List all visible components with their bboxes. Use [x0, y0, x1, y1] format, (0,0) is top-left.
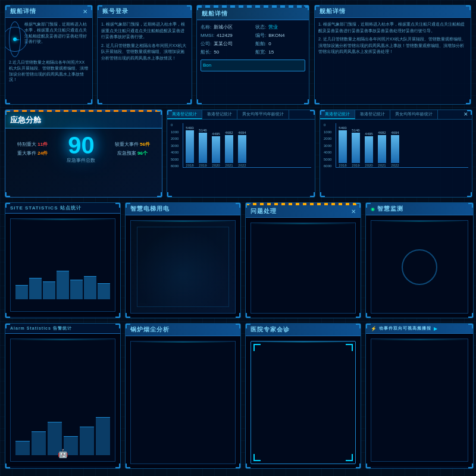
close-icon-1[interactable]: ✕ — [83, 8, 87, 15]
number-value: BKON4 — [268, 32, 284, 39]
bar-2020: 4495 2020 — [212, 132, 220, 167]
smart-power-header: 智慧电梯用电 — [126, 203, 240, 215]
major-count: 24件 — [37, 151, 48, 156]
panel-header-1: 舰船详情 ✕ — [5, 5, 92, 18]
info-name-row: 名称: 新城小区 — [201, 24, 250, 31]
length-label: 船长: — [201, 49, 211, 56]
smart-power-content — [126, 215, 240, 318]
info-width-row: 船宽: 15 — [255, 49, 305, 56]
chart-left-content: 6000 5000 4000 3000 2000 1000 0 5493 201… — [167, 120, 315, 169]
larger-count: 56件 — [140, 142, 150, 147]
bar-2019: 5146 2019 — [199, 129, 207, 167]
company-label: 公司: — [201, 40, 211, 48]
company-value: 某某公司 — [214, 40, 233, 48]
chart-right-bars: 6000 5000 4000 3000 2000 1000 0 5493 201… — [324, 123, 468, 168]
center-number-block: 90 应急事件总数 — [67, 133, 95, 164]
info-length-row: 船长: 50 — [201, 49, 250, 56]
emergency-title: 应急分舱 — [10, 115, 41, 124]
ship-detail-panel-1: 舰船详情 ✕ 根据气象部门预报，近期将进入枯水季，根据重点关注船只通道点关注船舶… — [5, 5, 93, 105]
bar-r-2022: 4694 2022 — [391, 131, 399, 167]
scan-line-1 — [11, 219, 115, 220]
smart-power-panel: 智慧电梯用电 — [125, 202, 241, 318]
hospital-content — [246, 336, 361, 469]
emergency-panel: 应急分舱 特别重大 11件 重大事件 24件 90 应急事件总数 较重大事件 — [5, 109, 162, 198]
scan-line-7 — [251, 342, 355, 343]
smart-detect-content — [366, 215, 473, 318]
emergency-plan-label: 应急预案 — [117, 151, 136, 156]
bar-r-2019: 5146 2019 — [352, 129, 360, 167]
close-icon-issue[interactable]: ✕ — [351, 208, 356, 215]
info-count-row: 船舶: 0 — [255, 40, 305, 48]
highlight-text: Bon — [203, 62, 211, 68]
alarm-stats-title: Alarm Statistics 告警统计 — [10, 325, 72, 331]
site-stats-panel: SITE STATISTICS 站点统计 — [5, 202, 121, 318]
status-label: 状态: — [255, 24, 266, 31]
panel-header-2: 舰船详情 — [197, 8, 309, 20]
tab-depart-r[interactable]: 离港登记统计 — [320, 110, 355, 119]
event-response-title: 动事件双向可视高频播报 — [379, 325, 431, 331]
event-response-panel: ⚡ 动事件双向可视高频播报 ▶ — [365, 323, 474, 469]
alarm-stats-panel: Alarm Statistics 告警统计 🤖 — [5, 323, 121, 469]
tab-gender[interactable]: 男女均等平均年龄统计 — [237, 110, 289, 119]
login-panel: 账号登录 1. 根据气象部门预报，近期将进入枯水季，根据重点关注船只通道点关注船… — [97, 5, 192, 105]
scan-line-5 — [11, 339, 115, 340]
ship-detail-panel-3: 舰船详情 1. 根据气象部门预报，近期将进入枯水季，根据重点关注船只通道点关注船… — [314, 5, 471, 105]
event-icon: ⚡ — [371, 326, 377, 331]
mmsi-value: 412429 — [217, 32, 233, 39]
width-value: 15 — [268, 49, 274, 56]
boiler-title: 锅炉烟尘分析 — [130, 325, 170, 334]
name-label: 名称: — [201, 24, 211, 31]
chart-right-content: 6000 5000 4000 3000 2000 1000 0 5493 201… — [320, 120, 472, 169]
ship-detail-panel-2: 舰船详情 名称: 新城小区 状态: 营业 MMSI: 412429 编号: BK — [196, 5, 309, 105]
boiler-panel: 锅炉烟尘分析 — [125, 323, 241, 469]
chart-left-bars: 6000 5000 4000 3000 2000 1000 0 5493 201… — [171, 123, 311, 168]
alarm-stats-header: Alarm Statistics 告警统计 — [5, 324, 120, 334]
info-company-row: 公司: 某某公司 — [201, 40, 250, 48]
chart-left-panel: 离港登记统计 靠港登记统计 男女均等平均年龄统计 6000 5000 4000 … — [167, 109, 315, 198]
panel-title-3: 舰船详情 — [320, 7, 346, 15]
arrow-icon: ▶ — [434, 326, 437, 331]
width-label: 船宽: — [255, 49, 266, 56]
chart-right-panel: 离港登记统计 靠港登记统计 男女均等均年龄统计 ✕ 6000 5000 4000… — [320, 109, 472, 198]
issue-header: 问题处理 ✕ — [246, 205, 361, 218]
site-stats-header: SITE STATISTICS 站点统计 — [5, 203, 120, 214]
radar-display — [9, 21, 21, 57]
y-axis-right: 6000 5000 4000 3000 2000 1000 0 — [324, 123, 331, 168]
special-label: 特别重大 — [17, 142, 36, 147]
robot-icon[interactable]: 🤖 — [58, 449, 68, 458]
ship-detail-3-content: 1. 根据气象部门预报，近期将进入枯水季，根据重点关注船只通道点关注船舶提醒及妥… — [315, 18, 471, 59]
right-stats: 较重大事件 56件 应急预案 96个 — [115, 141, 150, 156]
special-count: 11件 — [37, 142, 48, 147]
detect-icon: ◉ — [371, 206, 375, 212]
event-response-header: ⚡ 动事件双向可视高频播报 ▶ — [366, 324, 473, 334]
scan-line-3 — [251, 223, 355, 224]
chart-right-tabs: 离港登记统计 靠港登记统计 男女均等均年龄统计 ✕ — [320, 110, 472, 120]
alarm-stats-content: 🤖 — [5, 334, 120, 466]
scan-line-6 — [131, 342, 235, 343]
tab-arrive[interactable]: 靠港登记统计 — [202, 110, 237, 119]
issue-title: 问题处理 — [250, 207, 277, 215]
smart-power-title: 智慧电梯用电 — [130, 205, 170, 213]
tab-depart[interactable]: 离港登记统计 — [167, 110, 202, 119]
emergency-center-label: 应急事件总数 — [67, 157, 95, 164]
smart-detect-header: ◉ 智慧监测 — [366, 203, 473, 215]
login-content: 1. 根据气象部门预报，近期将进入枯水季，根据重点关注船只通道点关注船舶提醒及妥… — [98, 18, 192, 65]
major-label: 重大事件 — [17, 151, 36, 156]
scan-line-2 — [131, 221, 235, 222]
site-stats-title: SITE STATISTICS 站点统计 — [10, 205, 82, 211]
chart-left-tabs: 离港登记统计 靠港登记统计 男女均等平均年龄统计 — [167, 110, 315, 120]
main-container: 舰船详情 ✕ 根据气象部门预报，近期将进入枯水季，根据重点关注船只通道点关注船舶… — [0, 0, 476, 476]
emergency-number: 90 — [67, 133, 95, 157]
tab-gender-r[interactable]: 男女均等均年龄统计 — [390, 110, 438, 119]
panel-content-1: 根据气象部门预报，近期将进入枯水季，根据重点关注船只通道点关注船舶提醒及妥善进行… — [5, 18, 92, 86]
larger-label: 较重大事件 — [115, 142, 139, 147]
info-status-row: 状态: 营业 — [255, 24, 305, 31]
smart-detect-title: 智慧监测 — [377, 205, 403, 213]
bar-2022: 4694 2022 — [238, 131, 246, 167]
count-value: 0 — [268, 40, 271, 48]
tab-arrive-r[interactable]: 靠港登记统计 — [355, 110, 390, 119]
boiler-content — [126, 336, 240, 469]
emergency-plan-count: 96个 — [137, 151, 148, 156]
ship-info-table: 名称: 新城小区 状态: 营业 MMSI: 412429 编号: BKON4 公… — [197, 20, 309, 75]
issue-content — [246, 218, 361, 318]
